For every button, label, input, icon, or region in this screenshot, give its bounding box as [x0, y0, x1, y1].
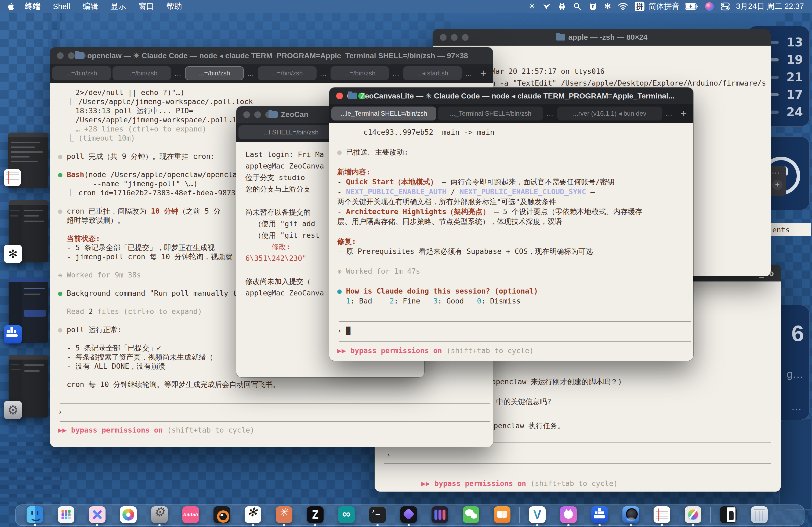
cat-proxy-status-icon[interactable] — [589, 2, 597, 11]
terminal-content[interactable]: c14ce93..997eb52 main -> main ● 已推送。主要改动… — [329, 123, 693, 361]
terminal-window-zeocanvaslite[interactable]: ZeoCanvasLite — ✳ Claude Code — node ◂ c… — [329, 88, 693, 361]
stage-manager-stack-docker[interactable] — [0, 276, 54, 346]
titlebar[interactable]: openclaw — ✳ Claude Code — node ◂ claude… — [50, 47, 493, 64]
dock-icon-wechat[interactable] — [463, 506, 479, 523]
menu-app-name[interactable]: 终端 — [19, 1, 47, 12]
terminal-tab[interactable]: ...=/bin/zsh — [331, 66, 389, 80]
tab-overflow-icon[interactable]: … — [173, 69, 184, 77]
terminal-line: 两个关键开关现在有明确文档，所有外部服务标注"可选"及触发条件 — [337, 197, 693, 207]
menu-edit[interactable]: 编辑 — [76, 1, 104, 12]
menu-window[interactable]: 窗口 — [132, 1, 160, 12]
dock-icon-camera-lens-app[interactable] — [622, 506, 639, 523]
dock-icon-blender[interactable] — [214, 506, 230, 523]
terminal-tab[interactable]: ...rver (v16.1.1) ◂ bun dev — [557, 107, 662, 120]
tab-bar[interactable]: ...le_Terminal SHELL=/bin/zsh..._Termina… — [329, 104, 693, 123]
starburst-status-icon[interactable]: ✳ — [528, 0, 535, 13]
llama-status-icon[interactable] — [558, 2, 566, 11]
terminal-line: openclaw 执行任务。 — [489, 421, 565, 431]
separator — [384, 463, 771, 464]
widget-ellipsis: … — [791, 400, 802, 412]
window-title: openclaw — ✳ Claude Code — node ◂ claude… — [50, 51, 493, 60]
dock-icon-bilibili[interactable]: bilibili — [182, 506, 199, 523]
running-indicator — [314, 524, 316, 526]
stage-manager-stack-textedit[interactable] — [0, 129, 54, 193]
dock-icon-textedit[interactable] — [654, 506, 670, 523]
titlebar[interactable]: apple — -zsh — 80×24 — [433, 29, 771, 46]
input-method-icon[interactable]: 拼 — [635, 2, 644, 11]
tab-bar[interactable]: ...=/bin/zsh...=/bin/zsh…...=/bin/zsh…..… — [50, 64, 493, 82]
terminal-tab[interactable]: ...l SHELL=/bin/zsh — [238, 125, 344, 139]
spotlight-search-icon[interactable] — [573, 2, 582, 11]
widget-number: 24 — [786, 105, 803, 119]
dock-icon-design-app[interactable] — [432, 506, 448, 523]
dock-icon-zed[interactable]: Z — [307, 506, 323, 523]
separator — [337, 316, 693, 326]
bird-status-icon[interactable] — [542, 2, 551, 11]
new-tab-button[interactable]: + — [676, 107, 691, 120]
menu-clock[interactable]: 3月24日 周二 22:37 — [736, 1, 804, 12]
terminal-line: ri Mar 20 21:57:17 on ttys016 — [478, 65, 771, 77]
dock-icon-system-settings[interactable] — [151, 506, 168, 523]
terminal-tab[interactable]: ...le_Terminal SHELL=/bin/zsh — [331, 107, 436, 120]
dock-icon-terminal[interactable] — [369, 506, 386, 523]
input-method-label[interactable]: 简体拼音 — [649, 1, 680, 12]
tab-overflow-icon[interactable]: … — [318, 69, 329, 77]
running-indicator — [96, 524, 98, 526]
tab-overflow-icon[interactable]: … — [391, 69, 402, 77]
dock-icon-pink-x-app[interactable] — [89, 506, 105, 523]
menu-view[interactable]: 显示 — [104, 1, 132, 12]
tab-overflow-icon[interactable]: … — [245, 69, 256, 77]
terminal-tab[interactable]: ...=/bin/zsh — [113, 66, 171, 80]
stage-manager-stack-chatgpt[interactable]: ✻ — [0, 199, 54, 266]
chatgpt-badge-icon: ✻ — [4, 245, 22, 263]
desktop-artwork-block — [779, 419, 812, 510]
dock-icon-docker[interactable] — [591, 506, 608, 523]
dock-icon-launchpad[interactable] — [58, 506, 74, 523]
new-tab-button[interactable]: + — [476, 66, 491, 80]
terminal-line: c14ce93..997eb52 main -> main — [337, 127, 693, 137]
new-tab-button[interactable]: + — [772, 180, 782, 190]
menu-bar: 终端 Shell 编辑 显示 窗口 帮助 ✳ ✻ 拼 简体拼音 — [0, 0, 812, 13]
terminal-tab[interactable]: ..._Terminal SHELL=/bin/zsh — [438, 107, 543, 120]
chatgpt-status-icon[interactable]: ✻ — [604, 0, 611, 13]
battery-icon[interactable] — [685, 3, 698, 10]
dock-icon-trash[interactable] — [751, 506, 768, 523]
control-center-icon[interactable] — [721, 2, 730, 11]
terminal-line — [337, 137, 693, 147]
terminal-line: ▶▶ bypass permissions on (shift+tab to c… — [58, 425, 493, 435]
terminal-line — [337, 306, 693, 316]
tab-overflow-icon[interactable]: … — [545, 109, 555, 118]
apple-menu-icon[interactable] — [8, 2, 15, 11]
siri-icon[interactable] — [705, 2, 714, 11]
dock-icon-books[interactable] — [494, 506, 510, 523]
dock-icon-obsidian[interactable] — [400, 506, 417, 523]
dock-icon-pixelmator[interactable] — [685, 506, 701, 523]
docker-badge-icon — [4, 325, 22, 344]
separator — [58, 398, 493, 407]
dock-icon-v-app[interactable]: V — [529, 506, 546, 523]
terminal-tab[interactable]: ...=/bin/zsh — [258, 66, 317, 80]
terminal-tab[interactable]: ...=/bin/zsh — [52, 66, 111, 80]
dock-icon-cat-proxy-app[interactable] — [560, 506, 577, 523]
window-title: apple — -zsh — 80×24 — [433, 33, 771, 42]
dock-icon-finder[interactable] — [27, 506, 43, 523]
stage-manager-stack-settings[interactable]: ⚙ — [0, 353, 54, 422]
menu-help[interactable]: 帮助 — [160, 1, 188, 12]
tab-overflow-icon[interactable]: … — [463, 69, 474, 77]
settings-badge-icon: ⚙ — [4, 401, 22, 419]
running-indicator — [567, 524, 569, 526]
dock-icon-arduino[interactable]: ∞ — [338, 506, 355, 523]
dock-icon-photos[interactable] — [120, 506, 137, 523]
terminal-tab[interactable]: ...=/bin/zsh — [185, 66, 244, 80]
tab-overflow-icon[interactable]: … — [664, 109, 675, 118]
running-indicator — [630, 524, 632, 526]
dock-icon-minimized-window[interactable] — [720, 506, 737, 523]
running-indicator — [598, 524, 601, 526]
widget-number: 21 — [786, 70, 803, 84]
dock-icon-claude[interactable] — [276, 506, 292, 523]
dock-icon-chatgpt[interactable] — [245, 506, 261, 523]
terminal-tab[interactable]: ...◂ start.sh — [403, 66, 462, 80]
titlebar[interactable]: ZeoCanvasLite — ✳ Claude Code — node ◂ c… — [329, 88, 693, 104]
wifi-icon[interactable] — [618, 3, 628, 10]
menu-shell[interactable]: Shell — [47, 2, 76, 11]
